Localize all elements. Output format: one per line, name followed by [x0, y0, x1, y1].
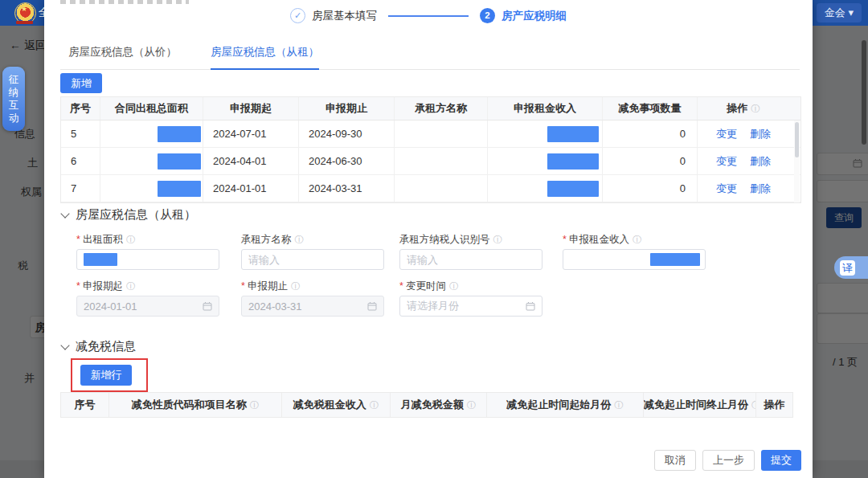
redacted-value — [650, 253, 700, 266]
step-2-taxable-detail: 2 房产应税明细 — [480, 8, 567, 23]
rent-income-label: *申报租金收入ⓘ — [563, 233, 641, 247]
redacted-value — [158, 126, 201, 142]
translate-icon: 译 — [840, 260, 855, 276]
redacted-value — [547, 126, 599, 142]
required-asterisk: * — [241, 280, 245, 292]
info-icon: ⓘ — [633, 235, 642, 244]
info-icon: ⓘ — [614, 400, 624, 410]
info-icon: ⓘ — [126, 235, 136, 244]
redacted-value — [158, 181, 201, 197]
table-row-clipped — [61, 202, 800, 203]
cancel-button[interactable]: 取消 — [654, 450, 696, 471]
submit-button[interactable]: 提交 — [761, 450, 801, 471]
add-button[interactable]: 新增 — [60, 73, 102, 93]
table-row: 7 2024-01-01 2024-03-31 0 变更删除 — [61, 175, 800, 202]
calendar-icon — [367, 301, 377, 311]
calendar-icon — [526, 301, 535, 311]
add-row-button[interactable]: 新增行 — [80, 365, 132, 386]
tenant-tax-id-label: 承租方纳税人识别号ⓘ — [399, 233, 502, 247]
table-row: 5 2024-07-01 2024-09-30 0 变更删除 — [61, 121, 800, 148]
translate-button: 译 — [834, 256, 868, 279]
change-link[interactable]: 变更 — [716, 128, 737, 140]
table-header-row: 序号 减免性质代码和项目名称ⓘ 减免税租金收入ⓘ 月减免税金额ⓘ 减免起止时间起… — [61, 393, 792, 417]
info-icon: ⓘ — [370, 400, 379, 410]
lease-area-label: *出租面积ⓘ — [76, 233, 135, 247]
delete-link[interactable]: 删除 — [750, 155, 771, 167]
required-asterisk: * — [76, 280, 80, 292]
section-rental-title: 房屋应税信息（从租） — [60, 207, 196, 223]
property-tax-detail-modal: ✓ 房屋基本填写 2 房产应税明细 房屋应税信息（从价） 房屋应税信息（从租） … — [44, 0, 813, 478]
redacted-value — [547, 181, 599, 197]
info-icon: ⓘ — [751, 104, 760, 113]
redacted-value — [158, 153, 201, 170]
table-row: 6 2024-04-01 2024-06-30 0 变更删除 — [61, 148, 800, 175]
tenant-name-label: 承租方名称ⓘ — [241, 233, 304, 247]
account-dropdown: 金会 ▾ — [817, 3, 862, 22]
chevron-down-icon[interactable] — [60, 209, 69, 218]
step-progress: ✓ 房屋基本填写 2 房产应税明细 — [44, 8, 813, 23]
change-link[interactable]: 变更 — [716, 155, 737, 167]
change-link[interactable]: 变更 — [716, 182, 737, 194]
change-time-label: *变更时间ⓘ — [399, 280, 458, 293]
info-icon: ⓘ — [126, 281, 136, 291]
info-icon: ⓘ — [250, 400, 260, 410]
redacted-value — [547, 153, 599, 170]
info-icon: ⓘ — [493, 235, 503, 244]
seq-cell: 5 — [61, 121, 100, 147]
section-relief-title: 减免税信息 — [60, 339, 136, 354]
step-1-basic-info: ✓ 房屋基本填写 — [290, 8, 377, 23]
lease-area-input[interactable] — [76, 249, 219, 270]
step-connector-line — [388, 15, 469, 17]
table-scrollbar[interactable] — [794, 121, 800, 203]
tab-advalorem[interactable]: 房屋应税信息（从价） — [68, 40, 177, 69]
chevron-down-icon[interactable] — [60, 341, 69, 349]
info-icon: ⓘ — [291, 281, 301, 291]
footer-actions: 取消 上一步 提交 — [654, 450, 801, 471]
interaction-side-tag: 征纳互动 — [2, 67, 25, 131]
tab-rental[interactable]: 房屋应税信息（从租） — [211, 40, 319, 70]
rental-records-table: 序号 合同出租总面积 申报期起 申报期止 承租方名称 申报租金收入 减免事项数量… — [60, 96, 801, 203]
table-header-row: 序号 合同出租总面积 申报期起 申报期止 承租方名称 申报租金收入 减免事项数量… — [61, 97, 800, 121]
period-end-datepicker: 2024-03-31 — [241, 296, 384, 317]
calendar-icon — [203, 301, 212, 311]
emblem-ribbon — [16, 21, 33, 24]
info-icon: ⓘ — [295, 235, 305, 244]
clipped-text-remnant — [60, 0, 189, 4]
caret-down-icon: ▾ — [848, 6, 854, 18]
delete-link[interactable]: 删除 — [750, 182, 771, 194]
rent-income-input[interactable] — [563, 249, 706, 270]
seq-cell: 6 — [61, 148, 100, 174]
seq-cell: 7 — [61, 175, 100, 202]
check-circle-icon: ✓ — [290, 8, 305, 23]
period-start-label: *申报期起ⓘ — [76, 280, 135, 293]
required-asterisk: * — [399, 280, 403, 292]
emblem-star-icon: ★ — [21, 5, 27, 13]
info-icon: ⓘ — [467, 400, 477, 410]
relief-table: 序号 减免性质代码和项目名称ⓘ 减免税租金收入ⓘ 月减免税金额ⓘ 减免起止时间起… — [60, 392, 793, 418]
required-asterisk: * — [76, 234, 80, 245]
change-time-datepicker[interactable]: 请选择月份 — [399, 296, 542, 317]
info-icon: ⓘ — [449, 281, 459, 291]
tenant-tax-id-input[interactable] — [399, 249, 542, 270]
step-2-number-badge: 2 — [480, 8, 495, 23]
tenant-name-input[interactable] — [241, 249, 384, 270]
tab-bar: 房屋应税信息（从价） 房屋应税信息（从租） — [60, 40, 800, 70]
delete-link[interactable]: 删除 — [750, 128, 771, 140]
period-start-datepicker: 2024-01-01 — [76, 296, 219, 317]
previous-step-button[interactable]: 上一步 — [702, 450, 755, 471]
period-end-label: *申报期止ⓘ — [241, 280, 300, 293]
redacted-value — [84, 253, 117, 266]
required-asterisk: * — [563, 234, 567, 245]
